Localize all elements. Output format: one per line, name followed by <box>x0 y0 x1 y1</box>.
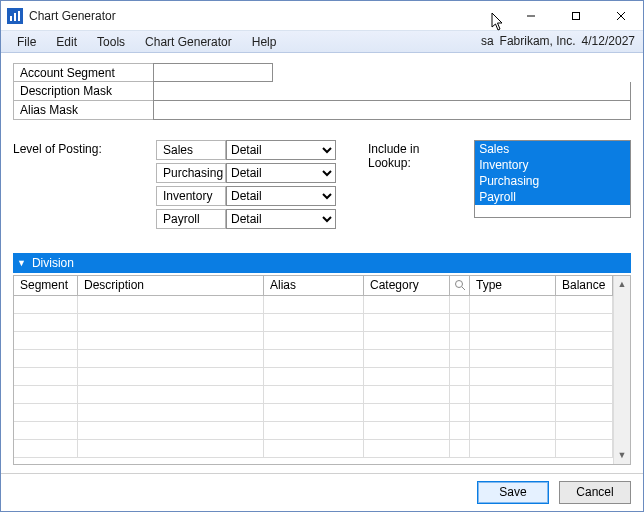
grid: Segment Description Alias Category Type … <box>13 275 631 465</box>
table-row[interactable] <box>14 350 613 368</box>
include-in-lookup-label: Include in Lookup: <box>368 140 460 229</box>
context-company: Fabrikam, Inc. <box>500 34 576 48</box>
svg-rect-1 <box>10 16 12 21</box>
grid-scrollbar[interactable]: ▲ ▼ <box>613 276 630 464</box>
chevron-down-icon: ▼ <box>17 258 26 268</box>
col-alias[interactable]: Alias <box>264 276 364 296</box>
posting-row-select-sales[interactable]: Detail <box>226 140 336 160</box>
menu-chart-generator[interactable]: Chart Generator <box>135 31 242 52</box>
svg-rect-3 <box>18 11 20 21</box>
description-mask-input[interactable] <box>153 82 631 101</box>
posting-row-label-sales: Sales <box>156 140 226 160</box>
alias-mask-input[interactable] <box>153 101 631 120</box>
footer: Save Cancel <box>1 473 643 511</box>
posting-row-select-payroll[interactable]: Detail <box>226 209 336 229</box>
scroll-up-icon[interactable]: ▲ <box>614 276 630 293</box>
col-balance[interactable]: Balance <box>556 276 613 296</box>
window-title: Chart Generator <box>29 9 116 23</box>
posting-row-select-inventory[interactable]: Detail <box>226 186 336 206</box>
header-form: Account Segment Description Mask Alias M… <box>13 63 631 120</box>
menubar-context: sa Fabrikam, Inc. 4/12/2027 <box>481 31 643 52</box>
cancel-button[interactable]: Cancel <box>559 481 631 504</box>
posting-row-label-inventory: Inventory <box>156 186 226 206</box>
lookup-item-purchasing[interactable]: Purchasing <box>475 173 630 189</box>
table-row[interactable] <box>14 368 613 386</box>
context-user: sa <box>481 34 494 48</box>
posting-row-label-payroll: Payroll <box>156 209 226 229</box>
lookup-item-inventory[interactable]: Inventory <box>475 157 630 173</box>
col-lookup-icon[interactable] <box>450 276 470 296</box>
table-row[interactable] <box>14 440 613 458</box>
col-category[interactable]: Category <box>364 276 450 296</box>
svg-rect-5 <box>572 12 579 19</box>
maximize-button[interactable] <box>553 1 598 30</box>
menu-edit[interactable]: Edit <box>46 31 87 52</box>
save-button[interactable]: Save <box>477 481 549 504</box>
col-type[interactable]: Type <box>470 276 556 296</box>
window: Chart Generator File Edit Tools Chart Ge… <box>0 0 644 512</box>
alias-mask-label: Alias Mask <box>13 101 153 120</box>
grid-header: Segment Description Alias Category Type … <box>14 276 613 296</box>
posting-row-select-purchasing[interactable]: Detail <box>226 163 336 183</box>
titlebar: Chart Generator <box>1 1 643 31</box>
svg-line-9 <box>462 287 465 290</box>
table-row[interactable] <box>14 332 613 350</box>
scroll-down-icon[interactable]: ▼ <box>614 447 630 464</box>
svg-point-8 <box>455 281 462 288</box>
lookup-item-sales[interactable]: Sales <box>475 141 630 157</box>
svg-rect-2 <box>14 13 16 21</box>
posting-row-label-purchasing: Purchasing <box>156 163 226 183</box>
col-segment[interactable]: Segment <box>14 276 78 296</box>
table-row[interactable] <box>14 422 613 440</box>
level-of-posting-label: Level of Posting: <box>13 140 142 229</box>
close-button[interactable] <box>598 1 643 30</box>
lookup-item-payroll[interactable]: Payroll <box>475 189 630 205</box>
level-of-posting-grid: Sales Detail Purchasing Detail Inventory… <box>156 140 336 229</box>
include-in-lookup-list[interactable]: Sales Inventory Purchasing Payroll <box>474 140 631 218</box>
menu-file[interactable]: File <box>7 31 46 52</box>
app-icon <box>7 8 23 24</box>
menu-help[interactable]: Help <box>242 31 287 52</box>
section-header[interactable]: ▼ Division <box>13 253 631 273</box>
minimize-button[interactable] <box>508 1 553 30</box>
table-row[interactable] <box>14 296 613 314</box>
description-mask-label: Description Mask <box>13 82 153 101</box>
table-row[interactable] <box>14 386 613 404</box>
col-description[interactable]: Description <box>78 276 264 296</box>
context-date: 4/12/2027 <box>582 34 635 48</box>
client-area: Account Segment Description Mask Alias M… <box>1 53 643 473</box>
menu-tools[interactable]: Tools <box>87 31 135 52</box>
account-segment-input[interactable] <box>153 63 273 82</box>
table-row[interactable] <box>14 314 613 332</box>
account-segment-label: Account Segment <box>13 63 153 82</box>
grid-rows <box>14 296 613 458</box>
search-icon <box>454 279 466 291</box>
window-controls <box>508 1 643 30</box>
section-title: Division <box>32 256 74 270</box>
table-row[interactable] <box>14 404 613 422</box>
menubar: File Edit Tools Chart Generator Help sa … <box>1 31 643 53</box>
